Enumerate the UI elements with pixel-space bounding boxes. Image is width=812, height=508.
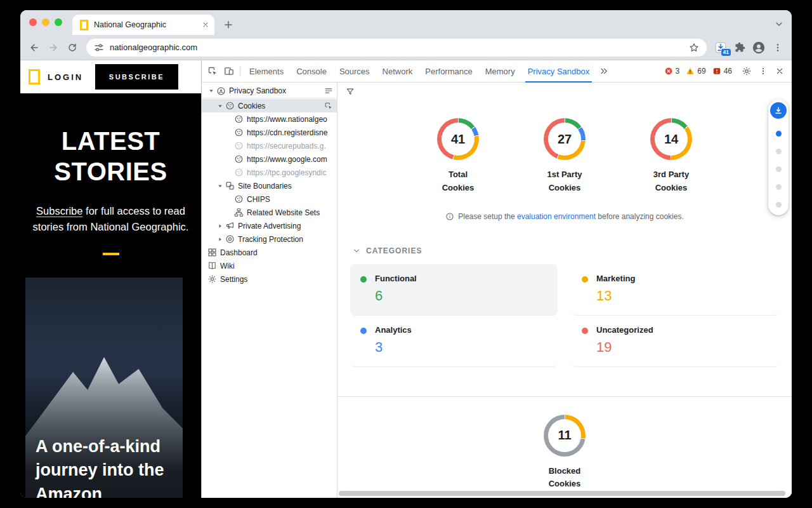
tree-item-https-www-google-com[interactable]: https://www.google.com bbox=[202, 152, 337, 166]
horizontal-scrollbar[interactable] bbox=[339, 491, 785, 496]
tree-item-related-website-sets[interactable]: Related Website Sets bbox=[202, 206, 337, 219]
tab-search-icon[interactable] bbox=[773, 18, 785, 30]
minimize-window-button[interactable] bbox=[42, 18, 49, 26]
warning-icon bbox=[686, 67, 695, 76]
address-bar[interactable]: nationalgeographic.com bbox=[86, 39, 707, 57]
bookmark-star-icon[interactable] bbox=[689, 43, 699, 53]
expander-open-icon[interactable] bbox=[216, 101, 225, 111]
devtools-close-icon[interactable] bbox=[771, 63, 788, 79]
login-link[interactable]: LOGIN bbox=[48, 72, 83, 82]
expander-closed-icon[interactable] bbox=[216, 221, 225, 231]
fullscreen-window-button[interactable] bbox=[55, 18, 62, 26]
natgeo-logo[interactable] bbox=[29, 69, 40, 84]
natgeo-favicon-icon bbox=[80, 20, 88, 30]
filter-icon[interactable] bbox=[346, 87, 355, 96]
forward-icon[interactable] bbox=[44, 39, 62, 57]
tree-item-label: Tracking Protection bbox=[238, 235, 334, 244]
tree-item-chips[interactable]: CHIPS bbox=[202, 192, 337, 206]
browser-tab-national-geographic[interactable]: National Geographic bbox=[72, 15, 214, 35]
console-errors-badge[interactable]: 3 bbox=[664, 67, 680, 76]
hero-image: A one-of-a-kind journey into the Amazon bbox=[25, 277, 183, 498]
site-settings-icon[interactable] bbox=[94, 43, 104, 53]
tree-item-site-boundaries[interactable]: Site Boundaries bbox=[202, 179, 337, 192]
subscribe-link[interactable]: Subscribe bbox=[36, 205, 82, 217]
tab-close-icon[interactable] bbox=[202, 21, 209, 29]
devtools-tab-elements[interactable]: Elements bbox=[243, 60, 290, 83]
browser-toolbar: nationalgeographic.com 41 bbox=[20, 35, 792, 60]
scrollspy-dot-3[interactable] bbox=[776, 166, 782, 172]
category-dot bbox=[582, 328, 588, 334]
category-name: Uncategorized bbox=[596, 325, 653, 335]
expander-open-icon[interactable] bbox=[207, 86, 216, 96]
devtools-tab-performance[interactable]: Performance bbox=[419, 60, 478, 83]
latest-stories-heading: LATEST STORIES bbox=[20, 126, 201, 187]
browser-menu-icon[interactable] bbox=[769, 39, 787, 57]
tree-item-label: Settings bbox=[220, 275, 334, 284]
profile-avatar[interactable] bbox=[750, 39, 768, 57]
cookie-icon bbox=[225, 101, 235, 111]
extensions-puzzle-icon[interactable] bbox=[731, 39, 749, 57]
subscribe-button[interactable]: SUBSCRIBE bbox=[95, 64, 178, 90]
scrollspy-dot-1[interactable] bbox=[776, 131, 782, 137]
devtools-tab-memory[interactable]: Memory bbox=[479, 60, 521, 83]
devtools-tabbar: ElementsConsoleSourcesNetworkPerformance… bbox=[202, 60, 792, 83]
tree-item-dashboard[interactable]: Dashboard bbox=[202, 246, 337, 259]
collapse-icon[interactable] bbox=[324, 86, 334, 96]
donut-value: 14 bbox=[650, 118, 692, 160]
tree-item-private-advertising[interactable]: Private Advertising bbox=[202, 219, 337, 232]
category-functional[interactable]: Functional6 bbox=[350, 264, 558, 316]
devtools-settings-icon[interactable] bbox=[738, 63, 755, 79]
extension-button[interactable]: 41 bbox=[712, 39, 730, 57]
expander-closed-icon[interactable] bbox=[216, 234, 225, 244]
scrollspy-dot-2[interactable] bbox=[776, 149, 782, 154]
headline-line1: LATEST bbox=[20, 126, 201, 156]
tree-item-https-tpc-googlesyndic[interactable]: https://tpc.googlesyndic bbox=[202, 166, 337, 179]
close-window-button[interactable] bbox=[29, 18, 37, 26]
tree-item-label: https://securepubads.g. bbox=[247, 142, 334, 150]
tree-item-https-securepubads-g[interactable]: https://securepubads.g. bbox=[202, 139, 337, 152]
divider-dash bbox=[103, 253, 119, 255]
category-name: Functional bbox=[375, 274, 417, 283]
devtools-tab-privacy-sandbox[interactable]: Privacy Sandbox bbox=[521, 60, 596, 83]
devtools-tab-sources[interactable]: Sources bbox=[333, 60, 376, 83]
category-analytics[interactable]: Analytics3 bbox=[350, 316, 558, 367]
category-uncategorized[interactable]: Uncategorized19 bbox=[572, 316, 779, 367]
donut-label: 1st Party Cookies bbox=[540, 168, 589, 195]
cookie-donuts-row: 41Total Cookies271st Party Cookies143rd … bbox=[337, 118, 792, 195]
tree-item-cookies[interactable]: Cookies bbox=[202, 99, 337, 112]
tree-item-label: Wiki bbox=[220, 262, 334, 271]
tree-item-https-cdn-registerdisne[interactable]: https://cdn.registerdisne bbox=[202, 126, 337, 139]
category-marketing[interactable]: Marketing13 bbox=[572, 264, 779, 316]
donut-third-party-ring: 14 bbox=[650, 118, 692, 160]
expander-open-icon[interactable] bbox=[216, 181, 225, 191]
categories-section-header[interactable]: CATEGORIES bbox=[353, 246, 792, 255]
download-report-button[interactable] bbox=[770, 102, 787, 119]
picker-icon[interactable] bbox=[324, 101, 334, 111]
scrollspy-dot-5[interactable] bbox=[776, 202, 782, 208]
tree-item-tracking-protection[interactable]: Tracking Protection bbox=[202, 232, 337, 246]
more-tabs-icon[interactable] bbox=[596, 63, 612, 79]
devtools-menu-icon[interactable] bbox=[755, 63, 771, 79]
new-tab-button[interactable] bbox=[221, 17, 236, 32]
expander-spacer bbox=[225, 168, 233, 178]
tree-item-wiki[interactable]: Wiki bbox=[202, 259, 337, 272]
devtools-tab-network[interactable]: Network bbox=[376, 60, 419, 83]
tree-item-privacy-sandbox[interactable]: Privacy Sandbox bbox=[202, 84, 337, 98]
issues-badge[interactable]: 46 bbox=[712, 67, 732, 76]
reload-icon[interactable] bbox=[63, 39, 81, 57]
device-toolbar-icon[interactable] bbox=[221, 63, 237, 79]
scrollspy-dot-4[interactable] bbox=[776, 184, 782, 190]
back-icon[interactable] bbox=[25, 39, 43, 57]
tree-item-settings[interactable]: Settings bbox=[202, 272, 337, 286]
inspect-element-icon[interactable] bbox=[204, 63, 221, 79]
devtools-tab-console[interactable]: Console bbox=[290, 60, 333, 83]
chevron-down-icon bbox=[353, 247, 360, 255]
console-warnings-badge[interactable]: 69 bbox=[686, 67, 705, 76]
scrollbar-thumb[interactable] bbox=[339, 491, 785, 496]
tree-item-label: https://www.nationalgeo bbox=[247, 115, 334, 124]
tree-item-https-www-nationalgeo[interactable]: https://www.nationalgeo bbox=[202, 112, 337, 126]
expander-spacer bbox=[225, 128, 233, 138]
browser-window: National Geographic nationalgeographic.c… bbox=[20, 10, 792, 498]
evaluation-environment-link[interactable]: evaluation environment bbox=[517, 212, 596, 221]
desktop-background: National Geographic nationalgeographic.c… bbox=[0, 0, 812, 508]
